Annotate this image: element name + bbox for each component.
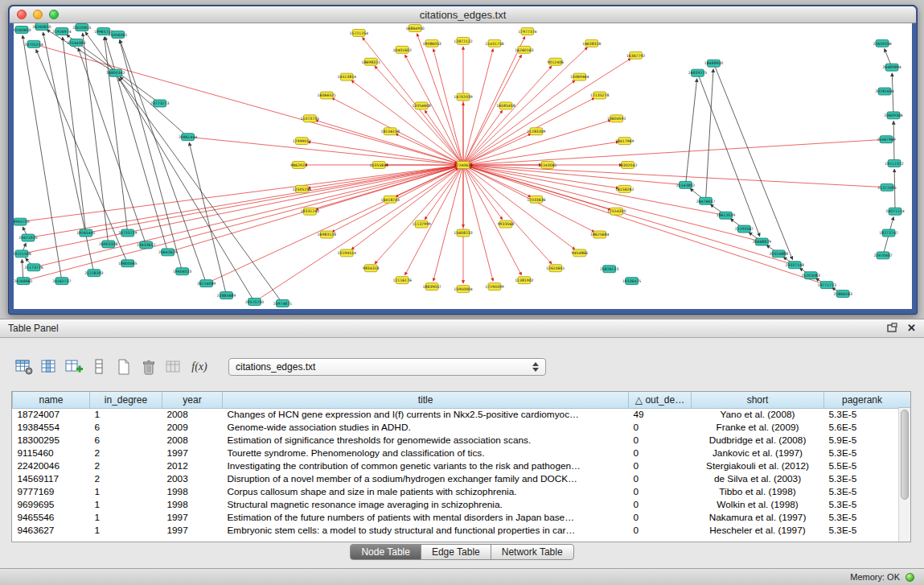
graph-node[interactable]: 21173776: [24, 264, 43, 271]
graph-node[interactable]: 20570750: [245, 299, 264, 306]
graph-node[interactable]: 16367792: [626, 51, 645, 59]
graph-node[interactable]: 26260650: [32, 23, 51, 30]
graph-node[interactable]: 10194514: [338, 249, 356, 257]
graph-node[interactable]: 18625684: [590, 231, 609, 238]
graph-edge[interactable]: [463, 47, 588, 165]
table-cell[interactable]: 0: [629, 421, 692, 434]
table-cell[interactable]: 2003: [162, 472, 223, 485]
graph-edge[interactable]: [433, 165, 463, 281]
table-cell[interactable]: 0: [629, 498, 692, 511]
graph-edge[interactable]: [463, 165, 493, 281]
float-panel-icon[interactable]: [887, 321, 897, 336]
graph-node[interactable]: 24476657: [696, 197, 715, 204]
graph-node[interactable]: 15608233: [454, 229, 472, 237]
graph-edge[interactable]: [307, 142, 463, 165]
graph-node[interactable]: 18273747: [879, 229, 897, 237]
table-cell[interactable]: 6: [90, 421, 162, 434]
graph-node[interactable]: 12505256: [293, 185, 311, 192]
graph-node[interactable]: 24705254: [24, 40, 43, 47]
graph-node[interactable]: 20733729: [118, 229, 137, 237]
table-disabled-icon[interactable]: [164, 357, 183, 377]
graph-edge[interactable]: [686, 79, 697, 185]
graph-edge[interactable]: [78, 47, 146, 245]
graph-node[interactable]: 23020815: [72, 23, 91, 31]
row-selector-icon[interactable]: [89, 357, 109, 377]
table-row[interactable]: 969969511998Structural magnetic resonanc…: [13, 498, 901, 511]
graph-node[interactable]: 11283309: [527, 128, 545, 135]
graph-edge[interactable]: [463, 120, 611, 165]
table-cell[interactable]: Estimation of the future numbers of pati…: [223, 511, 629, 524]
column-header-year[interactable]: year: [162, 392, 223, 408]
graph-edge[interactable]: [463, 49, 493, 165]
table-cell[interactable]: 5.3E-5: [824, 498, 901, 511]
table-cell[interactable]: 1997: [162, 447, 223, 459]
graph-node[interactable]: 16864950: [405, 24, 424, 31]
table-cell[interactable]: 1997: [162, 511, 223, 524]
graph-node[interactable]: 25467969: [877, 136, 895, 143]
graph-edge[interactable]: [463, 142, 619, 165]
graph-edge[interactable]: [469, 166, 726, 215]
graph-node[interactable]: 9862927: [290, 162, 307, 169]
table-cell[interactable]: 9777169: [13, 485, 90, 498]
graph-edge[interactable]: [463, 80, 575, 165]
table-cell[interactable]: Jankovic et al. (1997): [692, 447, 824, 459]
graph-node[interactable]: 20024888: [770, 250, 788, 257]
table-panel-titlebar[interactable]: Table Panel ✕: [0, 319, 924, 338]
graph-node[interactable]: 16585458: [496, 102, 515, 109]
table-row[interactable]: 1830029562008Estimation of significance …: [13, 434, 901, 447]
delete-icon[interactable]: [139, 357, 158, 377]
graph-node[interactable]: 10401602: [392, 46, 411, 53]
graph-node[interactable]: 25642629: [158, 249, 177, 256]
network-canvas[interactable]: 1724062418302042161562621755430018625684…: [14, 23, 912, 309]
graph-node[interactable]: 26489894: [882, 64, 901, 71]
table-cell[interactable]: 5.3E-5: [824, 511, 901, 524]
graph-edge[interactable]: [396, 134, 463, 165]
graph-node[interactable]: 25056061: [109, 31, 127, 38]
graph-edge[interactable]: [47, 30, 116, 73]
table-cell[interactable]: 0: [629, 472, 692, 485]
graph-node[interactable]: 17999012: [293, 138, 311, 145]
table-cell[interactable]: 1: [90, 408, 162, 421]
show-columns-icon[interactable]: [39, 357, 59, 377]
graph-node[interactable]: 22293567: [735, 225, 754, 233]
table-cell[interactable]: 22420046: [13, 459, 90, 472]
graph-node[interactable]: 20861444: [179, 134, 197, 141]
graph-edge[interactable]: [463, 165, 503, 220]
graph-node[interactable]: 18417969: [615, 138, 634, 145]
graph-edge[interactable]: [894, 169, 895, 212]
graph-node[interactable]: 24839275: [688, 69, 707, 76]
table-cell[interactable]: 0: [629, 447, 692, 459]
table-cell[interactable]: 5.3E-5: [824, 524, 901, 537]
graph-edge[interactable]: [425, 165, 463, 220]
graph-node[interactable]: 11073755: [301, 115, 319, 122]
graph-node[interactable]: 22470407: [873, 252, 892, 259]
graph-node[interactable]: 17135278: [590, 92, 609, 99]
graph-node[interactable]: 11431756: [485, 39, 503, 47]
graph-edge[interactable]: [254, 168, 458, 302]
table-cell[interactable]: Estimation of significance thresholds fo…: [223, 434, 629, 447]
table-cell[interactable]: 2012: [162, 459, 223, 472]
column-header-short[interactable]: short: [692, 392, 824, 408]
table-scrollbar-thumb[interactable]: [901, 410, 909, 500]
graph-edge[interactable]: [363, 37, 463, 165]
table-cell[interactable]: Stergiakouli et al. (2012): [692, 459, 824, 472]
graph-edge[interactable]: [463, 165, 619, 188]
graph-node[interactable]: 20281604: [875, 88, 893, 95]
graph-edge[interactable]: [120, 39, 206, 283]
graph-node[interactable]: 25826123: [600, 266, 618, 273]
graph-node[interactable]: 22885689: [217, 292, 236, 299]
graph-node[interactable]: 12872122: [454, 37, 472, 44]
network-table-select[interactable]: citations_edges.txt: [228, 358, 546, 376]
graph-node[interactable]: 16156262: [615, 185, 634, 192]
graph-edge[interactable]: [20, 166, 458, 222]
table-cell[interactable]: 0: [629, 434, 692, 447]
table-cell[interactable]: Embryonic stem cells: a model to study s…: [223, 524, 629, 537]
graph-node[interactable]: 18488900: [704, 60, 723, 67]
graph-node[interactable]: 12243061: [538, 162, 556, 169]
table-cell[interactable]: 5.9E-5: [824, 434, 901, 447]
graph-node[interactable]: 24268661: [14, 278, 32, 285]
graph-node[interactable]: 18331240: [301, 208, 319, 215]
table-cell[interactable]: 2008: [162, 434, 223, 447]
table-cell[interactable]: 6: [90, 434, 162, 447]
graph-node[interactable]: 23773273: [150, 100, 169, 107]
